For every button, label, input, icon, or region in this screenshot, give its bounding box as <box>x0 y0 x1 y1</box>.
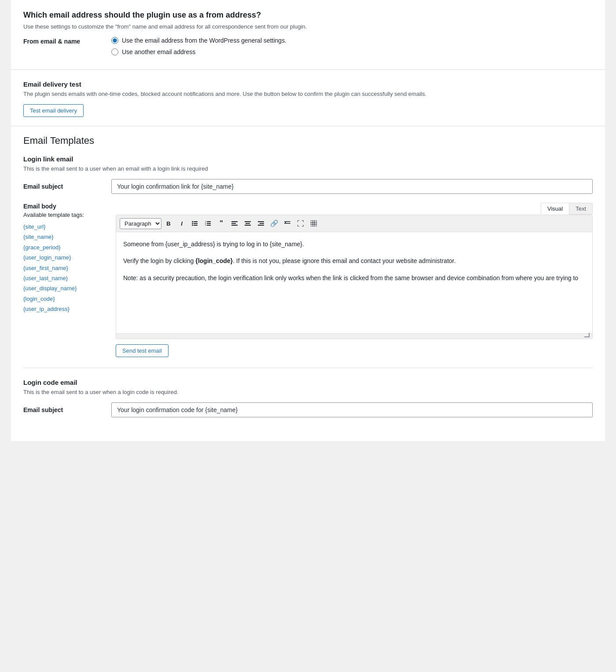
login-link-subject-input[interactable] <box>111 179 593 194</box>
editor-toolbar: Paragraph B I 123 " <box>116 215 592 232</box>
send-test-btn-wrapper: Send test email <box>116 344 593 357</box>
tab-text[interactable]: Text <box>569 203 593 215</box>
editor-wrapper: Visual Text Paragraph B I <box>116 203 593 357</box>
svg-rect-17 <box>245 225 251 226</box>
align-right-button[interactable] <box>255 218 267 229</box>
tab-visual[interactable]: Visual <box>541 203 569 215</box>
unordered-list-button[interactable] <box>189 218 201 229</box>
login-code-title: Login code email <box>23 379 593 386</box>
editor-tabs: Visual Text <box>116 203 593 215</box>
radio-another-email[interactable] <box>111 48 118 55</box>
table-button[interactable] <box>308 218 320 229</box>
svg-rect-0 <box>194 221 198 222</box>
login-link-title: Login link email <box>23 155 593 163</box>
tag-site-name: {site_name} <box>23 232 107 242</box>
svg-rect-22 <box>284 223 290 224</box>
radio-option-1-label: Use the email address from the WordPress… <box>122 37 286 44</box>
svg-rect-20 <box>258 225 264 226</box>
radio-wp-settings[interactable] <box>111 37 118 44</box>
tag-user-last-name: {user_last_name} <box>23 273 107 283</box>
login-code-subject-label: Email subject <box>23 406 111 413</box>
bold-button[interactable]: B <box>162 218 175 229</box>
fullscreen-button[interactable] <box>294 218 307 229</box>
radio-option-2[interactable]: Use another email address <box>111 48 286 55</box>
editor-line-2: Verify the login by clicking {login_code… <box>123 256 585 266</box>
svg-text:3: 3 <box>205 224 206 226</box>
svg-rect-23 <box>285 222 286 223</box>
editor-line-1: Someone from {user_ip_address} is trying… <box>123 239 585 249</box>
tag-grace-period: {grace_period} <box>23 242 107 252</box>
svg-rect-16 <box>246 223 250 224</box>
radio-option-1[interactable]: Use the email address from the WordPress… <box>111 37 286 44</box>
tag-login-code: {login_code} <box>23 294 107 304</box>
editor-content[interactable]: Someone from {user_ip_address} is trying… <box>116 232 592 333</box>
tag-user-ip-address: {user_ip_address} <box>23 304 107 314</box>
delivery-title: Email delivery test <box>23 80 593 88</box>
email-body-section: Email body Available template tags: {sit… <box>23 203 593 357</box>
tag-user-login-name: {user_login_name} <box>23 252 107 263</box>
tag-user-display-name: {user_display_name} <box>23 283 107 293</box>
svg-rect-1 <box>194 223 198 224</box>
blockquote-button[interactable]: " <box>215 218 227 229</box>
available-tags-label: Available template tags: <box>23 212 107 218</box>
tag-user-first-name: {user_first_name} <box>23 263 107 273</box>
svg-rect-13 <box>231 223 236 224</box>
svg-rect-21 <box>284 221 290 222</box>
email-body-label: Email body <box>23 203 107 210</box>
svg-point-3 <box>192 221 193 223</box>
send-test-email-button[interactable]: Send test email <box>116 344 169 357</box>
login-code-description: This is the email sent to a user when a … <box>23 389 593 395</box>
template-tags-list: {site_url} {site_name} {grace_period} {u… <box>23 222 107 314</box>
paragraph-select[interactable]: Paragraph <box>120 218 161 229</box>
svg-rect-14 <box>231 225 238 226</box>
editor-container: Paragraph B I 123 " <box>116 215 593 339</box>
tag-site-url: {site_url} <box>23 222 107 232</box>
test-email-delivery-button[interactable]: Test email delivery <box>23 104 84 117</box>
login-link-email-block: Login link email This is the email sent … <box>23 155 593 357</box>
delivery-section: Email delivery test The plugin sends ema… <box>11 70 605 126</box>
svg-rect-6 <box>207 221 211 222</box>
svg-rect-18 <box>258 221 264 222</box>
from-email-label: From email & name <box>23 37 111 45</box>
ordered-list-button[interactable]: 123 <box>202 218 214 229</box>
link-button[interactable]: 🔗 <box>268 218 280 229</box>
svg-point-5 <box>192 225 193 226</box>
horizontal-rule-button[interactable] <box>281 218 293 229</box>
align-center-button[interactable] <box>242 218 254 229</box>
from-address-description: Use these settings to customize the "fro… <box>23 23 593 30</box>
from-address-title: Which email address should the plugin us… <box>23 11 593 20</box>
italic-button[interactable]: I <box>176 218 188 229</box>
delivery-description: The plugin sends emails with one-time co… <box>23 91 593 97</box>
email-subject-label: Email subject <box>23 183 111 190</box>
svg-rect-8 <box>207 225 211 226</box>
svg-rect-2 <box>194 225 198 226</box>
svg-rect-15 <box>245 221 251 222</box>
radio-group: Use the email address from the WordPress… <box>111 37 286 55</box>
align-left-button[interactable] <box>228 218 241 229</box>
svg-rect-12 <box>231 221 238 222</box>
svg-point-4 <box>192 223 193 224</box>
radio-option-2-label: Use another email address <box>122 48 195 55</box>
login-link-description: This is the email sent to a user when an… <box>23 165 593 172</box>
login-code-subject-input[interactable] <box>111 402 593 417</box>
main-container: Which email address should the plugin us… <box>11 0 605 441</box>
login-code-subject-row: Email subject <box>23 402 593 417</box>
svg-rect-19 <box>260 223 264 224</box>
login-link-subject-row: Email subject <box>23 179 593 194</box>
from-address-section: Which email address should the plugin us… <box>11 0 605 70</box>
login-code-email-block: Login code email This is the email sent … <box>23 368 593 417</box>
from-email-row: From email & name Use the email address … <box>23 37 593 55</box>
svg-rect-7 <box>207 223 211 224</box>
email-templates-section: Email Templates Login link email This is… <box>11 126 605 441</box>
email-templates-title: Email Templates <box>23 135 593 146</box>
email-body-sidebar: Email body Available template tags: {sit… <box>23 203 107 357</box>
svg-rect-24 <box>311 220 317 226</box>
editor-resize-handle[interactable] <box>116 333 592 339</box>
editor-line-3: Note: as a security precaution, the logi… <box>123 273 585 283</box>
